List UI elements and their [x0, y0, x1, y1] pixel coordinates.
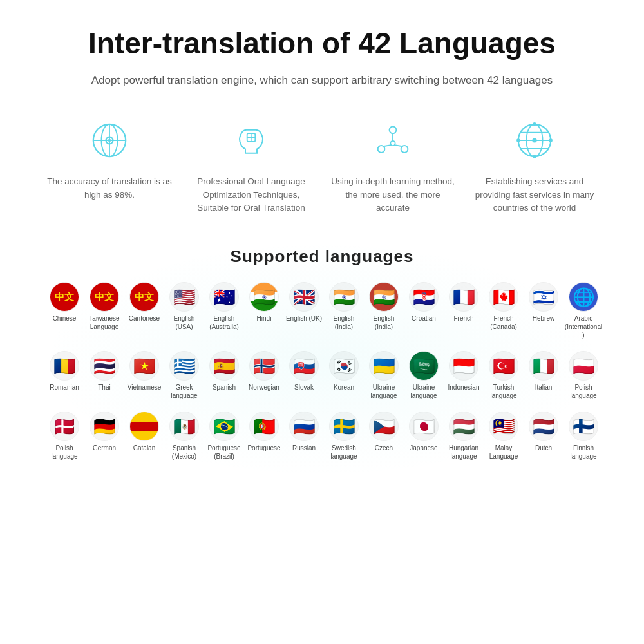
flag-circle-croatian: 🇭🇷 — [409, 282, 439, 312]
flag-circle-vietnamese: 🇻🇳 — [129, 351, 159, 381]
flag-label-romanian: Romanian — [50, 383, 79, 392]
flag-circle-japanese: 🇯🇵 — [409, 412, 439, 441]
flag-portuguese-brazil: 🇧🇷 Portuguese (Brazil) — [205, 412, 243, 460]
flag-dutch: 🇳🇱 Dutch — [524, 412, 563, 460]
flag-polish: 🇵🇱 Polish language — [564, 351, 603, 400]
flag-norwegian: 🇳🇴 Norwegian — [245, 351, 283, 400]
flag-ukraine-sa: 🇸🇦 Ukraine language — [404, 351, 443, 400]
flag-french-canada: 🇨🇦 French (Canada) — [484, 282, 523, 339]
flag-label-hebrew: Hebrew — [533, 314, 554, 323]
flag-label-german: German — [93, 444, 116, 452]
flag-czech: 🇨🇿 Czech — [365, 412, 403, 460]
flag-label-italian: Italian — [535, 383, 553, 392]
flag-label-greek: Greek language — [165, 383, 204, 400]
flags-row-3: 🇩🇰 Polish language 🇩🇪 German Catalan 🇲🇽 … — [39, 412, 605, 460]
flag-circle-dutch: 🇳🇱 — [529, 412, 558, 441]
flag-turkish: 🇹🇷 Turkish language — [484, 351, 523, 400]
flag-circle-norwegian: 🇳🇴 — [249, 351, 279, 381]
svg-point-23 — [533, 122, 536, 126]
flag-label-czech: Czech — [375, 444, 393, 452]
subtitle: Adopt powerful translation engine, which… — [39, 71, 605, 89]
flag-circle-spanish-mexico: 🇲🇽 — [169, 412, 199, 441]
main-title: Inter-translation of 42 Languages — [39, 26, 605, 61]
flag-circle-chinese: 中文 — [50, 282, 79, 312]
globe-network-icon — [509, 115, 560, 166]
flag-circle-polish2: 🇩🇰 — [50, 412, 79, 441]
flag-circle-hebrew: 🇮🇱 — [529, 282, 558, 312]
svg-point-22 — [532, 138, 536, 143]
flag-circle-greek: 🇬🇷 — [169, 351, 199, 381]
flag-circle-korean: 🇰🇷 — [329, 351, 359, 381]
flag-circle-english-india2: 🇮🇳 — [369, 282, 399, 312]
flag-chinese: 中文 Chinese — [45, 282, 84, 339]
flag-german: 🇩🇪 German — [85, 412, 124, 460]
feature-accuracy-text: The accuracy of translation is as high a… — [45, 175, 174, 202]
flag-label-chinese: Chinese — [53, 314, 77, 323]
flags-row-2: 🇷🇴 Romanian 🇹🇭 Thai 🇻🇳 Vietnamese 🇬🇷 Gre… — [39, 351, 605, 400]
flag-label-turkish: Turkish language — [484, 383, 523, 400]
head-brain-icon — [225, 115, 277, 166]
flag-label-ukraine: Ukraine language — [365, 383, 403, 400]
flag-label-norwegian: Norwegian — [249, 383, 279, 392]
flag-croatian: 🇭🇷 Croatian — [404, 282, 443, 339]
flag-circle-english-uk: 🇬🇧 — [289, 282, 319, 312]
svg-line-15 — [384, 146, 392, 147]
flag-circle-ukraine-sa: 🇸🇦 — [409, 351, 439, 381]
flag-circle-russian: 🇷🇺 — [289, 412, 319, 441]
flag-malay: 🇲🇾 Malay Language — [484, 412, 523, 460]
flag-label-english-india2: English (India) — [365, 314, 403, 331]
svg-point-12 — [401, 146, 408, 153]
flag-label-catalan: Catalan — [133, 444, 155, 452]
flag-label-russian: Russian — [292, 444, 316, 452]
flag-label-croatian: Croatian — [412, 314, 436, 323]
flag-english-india: 🇮🇳 English (India) — [325, 282, 363, 339]
flag-japanese: 🇯🇵 Japanese — [404, 412, 443, 460]
flag-circle-indonesian: 🇮🇩 — [449, 351, 478, 381]
flag-circle-czech: 🇨🇿 — [369, 412, 399, 441]
flag-taiwanese: 中文 Taiwanese Language — [85, 282, 124, 339]
flag-english-usa: 🇺🇸 English (USA) — [165, 282, 204, 339]
svg-point-11 — [378, 146, 385, 153]
flag-circle-romanian: 🇷🇴 — [50, 351, 79, 381]
feature-services-text: Establishing services and providing fast… — [470, 175, 599, 214]
flag-hungarian: 🇭🇺 Hungarian language — [444, 412, 483, 460]
feature-services: Establishing services and providing fast… — [464, 115, 605, 214]
flag-label-spanish: Spanish — [213, 383, 236, 392]
flag-label-vietnamese: Vietnamese — [128, 383, 162, 392]
flag-hebrew: 🇮🇱 Hebrew — [524, 282, 563, 339]
feature-oral: Professional Oral Language Optimization … — [180, 115, 322, 214]
flag-label-dutch: Dutch — [535, 444, 552, 452]
svg-line-16 — [395, 146, 402, 147]
flag-circle-finnish: 🇫🇮 — [569, 412, 598, 441]
flag-label-hungarian: Hungarian language — [444, 444, 483, 460]
svg-point-25 — [516, 139, 520, 142]
flag-circle-spanish: 🇪🇸 — [209, 351, 239, 381]
flag-label-spanish-mexico: Spanish (Mexico) — [165, 444, 204, 460]
flag-label-polish: Polish language — [564, 383, 603, 400]
flag-spanish-mexico: 🇲🇽 Spanish (Mexico) — [165, 412, 204, 460]
flag-label-cantonese: Cantonese — [129, 314, 160, 323]
flag-korean: 🇰🇷 Korean — [325, 351, 363, 400]
flag-label-french: French — [453, 314, 473, 323]
flag-label-portuguese: Portuguese — [247, 444, 280, 452]
flag-greek: 🇬🇷 Greek language — [165, 351, 204, 400]
features-row: The accuracy of translation is as high a… — [39, 108, 605, 221]
flag-swedish: 🇸🇪 Swedish language — [325, 412, 363, 460]
feature-accuracy: The accuracy of translation is as high a… — [39, 115, 180, 202]
flag-label-portuguese-brazil: Portuguese (Brazil) — [205, 444, 243, 460]
flag-circle-ukraine: 🇺🇦 — [369, 351, 399, 381]
flag-label-english-au: English (Australia) — [205, 314, 243, 331]
flag-circle-english-india: 🇮🇳 — [329, 282, 359, 312]
flag-english-au: 🇦🇺 English (Australia) — [205, 282, 243, 339]
flag-label-hindi: Hindi — [257, 314, 272, 323]
network-nodes-icon — [367, 115, 419, 166]
flag-circle-german: 🇩🇪 — [90, 412, 119, 441]
flag-circle-arabic: 🌐 — [569, 282, 598, 312]
flag-label-ukraine-sa: Ukraine language — [404, 383, 443, 400]
feature-learning: Using in-depth learning method, the more… — [322, 115, 464, 214]
flag-circle-italian: 🇮🇹 — [529, 351, 558, 381]
flag-circle-turkish: 🇹🇷 — [489, 351, 518, 381]
flag-hindi: 🇮🇳 Hindi — [245, 282, 283, 339]
flag-cantonese: 中文 Cantonese — [125, 282, 164, 339]
flags-row-1: 中文 Chinese 中文 Taiwanese Language 中文 Cant… — [39, 282, 605, 339]
